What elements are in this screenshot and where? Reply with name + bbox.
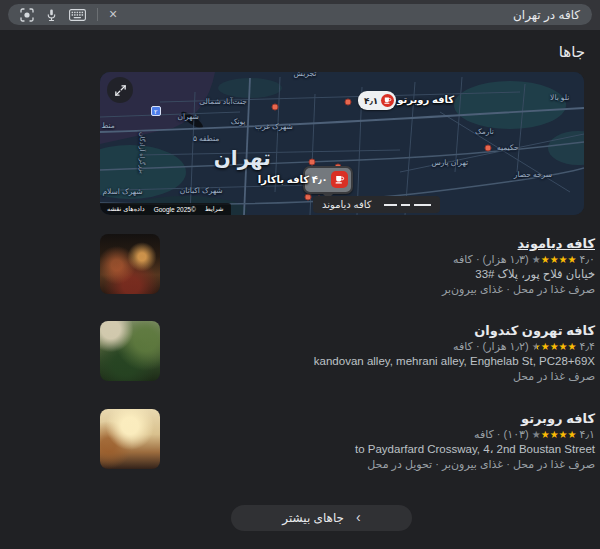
coffee-cup-icon (381, 94, 394, 107)
result-services: صرف غذا در محل · غذای بیرون‌بر (172, 282, 595, 297)
rating-value: ۴٫۰ (580, 253, 595, 265)
star-icon: ★ (550, 254, 559, 265)
road-shield: ۲ (151, 106, 161, 116)
map-place-label: سرخه حصار (514, 170, 552, 179)
search-divider (97, 8, 98, 21)
star-icon: ★ (541, 254, 550, 265)
map-attribution: داده‌های نقشه ©Google 2025 شرایط (100, 203, 231, 215)
star-icon: ★ (532, 254, 541, 265)
rating-value: ۴٫۴ (580, 340, 595, 352)
review-count: (۱٫۲ هزار) (483, 340, 529, 352)
expand-icon (114, 84, 127, 97)
marker-rating: ۴٫۰ (312, 174, 328, 185)
star-icon: ★ (550, 341, 559, 352)
star-icon: ★ (568, 429, 577, 440)
map-place-label: پونک (231, 117, 246, 126)
result-address: kandovan alley, mehrani alley, Enghelab … (172, 354, 595, 369)
star-icon: ★ (541, 341, 550, 352)
map-place-label: جنت‌آباد شمالی (199, 97, 247, 106)
result-thumbnail[interactable] (100, 321, 160, 381)
map-poi-dot[interactable] (344, 99, 351, 106)
star-rating: ★★★★★ (532, 253, 577, 265)
more-places-label: جاهای بیشتر (282, 511, 344, 525)
separator-dot: · (497, 428, 501, 440)
result-services: صرف غذا در محل · غذای بیرون‌بر · تحویل د… (172, 457, 595, 472)
section-title-places: جاها (559, 43, 585, 61)
top-bar: × کافه در تهران (0, 0, 600, 30)
map-scale-bar (384, 204, 431, 206)
star-icon: ★ (568, 341, 577, 352)
result-text: کافه تهرون کندوان ۴٫۴ ★★★★★ (۱٫۲ هزار) ·… (172, 321, 595, 384)
result-item: کافه دیاموند ۴٫۰ ★★★★★ (۱٫۳ هزار) · کافه… (100, 234, 595, 298)
map-place-label: شهران (177, 112, 198, 121)
star-icon: ★ (550, 429, 559, 440)
result-text: کافه دیاموند ۴٫۰ ★★★★★ (۱٫۳ هزار) · کافه… (172, 234, 595, 297)
more-places-button[interactable]: جاهای بیشتر ‹ (231, 505, 412, 531)
map-place-label: شهرک غرب (255, 122, 293, 131)
star-icon: ★ (559, 254, 568, 265)
separator-dot: · (476, 253, 480, 265)
map-place-label: بزرگراه آزادگان (138, 132, 146, 174)
map-data-label: داده‌های نقشه (107, 205, 145, 213)
map-place-label: شهرک اسلام (102, 187, 142, 196)
result-item: کافه روبرتو ۴٫۱ ★★★★★ (۱۰۳) · کافه to Pa… (100, 409, 595, 473)
map-poi-dot[interactable] (308, 158, 315, 165)
star-rating: ★★★★★ (532, 428, 577, 440)
star-rating: ★★★★★ (532, 340, 577, 352)
search-query[interactable]: کافه در تهران (513, 8, 580, 22)
review-count: (۱٫۳ هزار) (483, 253, 529, 265)
coffee-cup-icon (331, 171, 348, 188)
result-rating-line: ۴٫۰ ★★★★★ (۱٫۳ هزار) · کافه (172, 252, 595, 267)
result-text: کافه روبرتو ۴٫۱ ★★★★★ (۱۰۳) · کافه to Pa… (172, 409, 595, 472)
google-lens-icon[interactable] (20, 8, 34, 22)
result-title-link[interactable]: کافه روبرتو (521, 411, 595, 427)
star-icon: ★ (532, 341, 541, 352)
result-thumbnail[interactable] (100, 409, 160, 469)
map-place-label: شهرک اکباتان (180, 186, 223, 195)
result-category: کافه (474, 428, 494, 440)
map-tooltip-text: کافه دیاموند (322, 199, 372, 210)
rating-value: ۴٫۱ (580, 428, 595, 440)
search-results-page: { "search_bar": { "query": "کافه در تهرا… (0, 0, 600, 549)
map-marker-bakara[interactable]: ۴٫۰ (303, 166, 353, 194)
map-marker-roberto[interactable]: ۴٫۱ (358, 91, 396, 110)
result-thumbnail[interactable] (100, 234, 160, 294)
map-place-label: تهران پارس (432, 158, 469, 167)
map-copyright: ©Google 2025 (154, 206, 196, 213)
separator-dot: · (476, 340, 480, 352)
result-address: to Paydarfard Crossway, 4، 2nd Boustan S… (172, 442, 595, 457)
map-place-label: نارمک (475, 127, 494, 136)
map-marker-label-bakara[interactable]: کافه باکارا (258, 174, 309, 185)
map[interactable]: تهرانتجریشنلو بالاجنت‌آباد شمالیشهرانپون… (100, 72, 584, 215)
map-place-label: تهران (214, 146, 271, 170)
star-icon: ★ (559, 341, 568, 352)
map-place-label: منط (101, 121, 114, 130)
search-input[interactable]: × کافه در تهران (8, 4, 592, 25)
microphone-icon[interactable] (45, 8, 58, 22)
map-poi-dot[interactable] (272, 104, 279, 111)
result-category: کافه (453, 340, 473, 352)
map-poi-dot[interactable] (485, 144, 492, 151)
chevron-left-icon: ‹ (356, 510, 361, 524)
map-place-label: تجریش (294, 72, 317, 78)
result-address: خیابان فلاح پور، پلاک #33 (172, 267, 595, 282)
result-item: کافه تهرون کندوان ۴٫۴ ★★★★★ (۱٫۲ هزار) ·… (100, 321, 595, 385)
terms-link[interactable]: شرایط (205, 205, 224, 213)
map-poi-dot[interactable] (305, 193, 312, 200)
result-title-link[interactable]: کافه تهرون کندوان (474, 323, 595, 339)
marker-rating: ۴٫۱ (364, 96, 378, 106)
result-title-link[interactable]: کافه دیاموند (518, 236, 595, 252)
result-rating-line: ۴٫۴ ★★★★★ (۱٫۲ هزار) · کافه (172, 339, 595, 354)
map-place-label: نلو بالا (550, 93, 569, 102)
keyboard-icon[interactable] (69, 9, 86, 21)
star-icon: ★ (559, 429, 568, 440)
map-place-label: منطقه ۵ (193, 134, 219, 143)
expand-map-button[interactable] (107, 77, 133, 103)
result-services: صرف غذا در محل (172, 369, 595, 384)
star-icon: ★ (568, 254, 577, 265)
review-count: (۱۰۳) (504, 428, 529, 440)
map-marker-label-roberto[interactable]: کافه روبرتو (397, 94, 454, 105)
close-icon[interactable]: × (109, 7, 117, 21)
star-icon: ★ (541, 429, 550, 440)
map-tooltip: کافه دیاموند (313, 196, 440, 213)
